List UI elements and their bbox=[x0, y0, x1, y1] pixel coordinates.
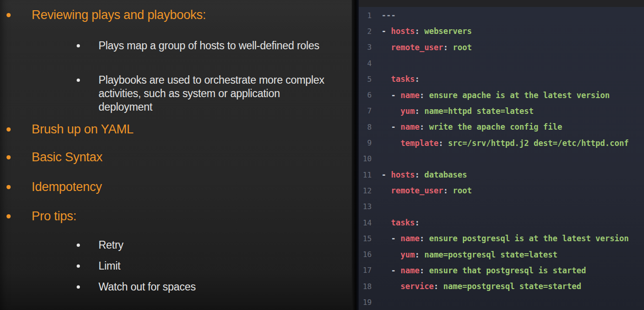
code-token: : bbox=[415, 106, 424, 116]
code-token: src=/srv/httpd.j2 dest=/etc/httpd.conf bbox=[448, 139, 629, 148]
code-token: name=httpd state=latest bbox=[424, 106, 533, 116]
code-text: yum: name=httpd state=latest bbox=[381, 106, 534, 116]
code-line: 13 bbox=[359, 199, 644, 215]
bullet-item: Brush up on YAML bbox=[7, 122, 133, 137]
line-number: 15 bbox=[359, 234, 372, 243]
code-line: 14 tasks: bbox=[359, 215, 644, 231]
bullet-label: Playbooks are used to orchestrate more c… bbox=[99, 73, 327, 114]
code-area: 1---2- hosts: webservers3 remote_user: r… bbox=[359, 7, 644, 310]
code-token: name=postgresql state=latest bbox=[424, 250, 558, 259]
line-number: 17 bbox=[359, 266, 372, 275]
code-editor-panel[interactable]: 1---2- hosts: webservers3 remote_user: r… bbox=[359, 7, 644, 310]
sub-bullet-item: Retry bbox=[77, 238, 327, 252]
bullet-label: Limit bbox=[99, 259, 327, 273]
code-line: 17 - name: ensure that postgresql is sta… bbox=[359, 263, 644, 278]
line-number: 11 bbox=[359, 171, 372, 179]
bullet-label: Retry bbox=[99, 238, 327, 252]
code-line: 7 yum: name=httpd state=latest bbox=[359, 103, 644, 119]
code-token: tasks bbox=[391, 74, 414, 84]
code-token: name bbox=[401, 234, 420, 243]
code-token: name bbox=[401, 122, 420, 132]
code-line: 8 - name: write the apache config file bbox=[359, 119, 644, 135]
code-line: 18 service: name=postgresql state=starte… bbox=[359, 278, 644, 294]
line-number: 19 bbox=[359, 298, 372, 307]
bullet-label: Watch out for spaces bbox=[99, 280, 327, 294]
code-line: 6 - name: ensure apache is at the latest… bbox=[359, 87, 644, 103]
code-token bbox=[381, 186, 391, 195]
code-text: tasks: bbox=[381, 74, 420, 84]
code-line: 5 tasks: bbox=[359, 71, 644, 87]
line-number: 18 bbox=[359, 282, 372, 291]
bullet-icon bbox=[7, 13, 11, 17]
code-line: 11- hosts: databases bbox=[359, 167, 644, 183]
bullet-item: Pro tips: bbox=[7, 209, 76, 224]
code-token: root bbox=[453, 186, 472, 195]
code-line: 3 remote_user: root bbox=[359, 40, 644, 55]
code-token: : bbox=[443, 43, 453, 52]
code-token: webservers bbox=[424, 26, 472, 36]
code-token: - bbox=[381, 266, 401, 275]
code-token: : bbox=[420, 234, 429, 243]
code-token: : bbox=[420, 91, 429, 100]
code-token bbox=[381, 106, 401, 116]
code-token: : bbox=[415, 170, 424, 179]
code-token bbox=[381, 139, 401, 148]
code-text: - name: write the apache config file bbox=[381, 122, 562, 132]
code-token: - bbox=[381, 234, 401, 243]
code-text: service: name=postgresql state=started bbox=[381, 282, 581, 291]
bullet-icon bbox=[7, 127, 11, 132]
code-token: : bbox=[420, 266, 429, 275]
bullet-icon bbox=[77, 264, 80, 268]
code-line: 15 - name: ensure postgresql is at the l… bbox=[359, 231, 644, 246]
code-token bbox=[381, 282, 401, 291]
code-token: : bbox=[415, 74, 420, 84]
code-line: 12 remote_user: root bbox=[359, 183, 644, 198]
code-token: ensure apache is at the latest version bbox=[429, 91, 610, 100]
code-token: ensure postgresql is at the latest versi… bbox=[429, 234, 629, 243]
code-token: - bbox=[381, 91, 401, 100]
code-token: : bbox=[420, 122, 429, 132]
code-token: : bbox=[439, 139, 448, 148]
code-token: : bbox=[415, 250, 424, 259]
sub-bullet-item: Watch out for spaces bbox=[77, 280, 327, 294]
code-text: tasks: bbox=[381, 218, 420, 227]
screen: { "slide": { "accent_color": "#ee9428", … bbox=[0, 0, 644, 310]
line-number: 8 bbox=[359, 123, 372, 132]
code-token bbox=[381, 250, 401, 259]
code-token: --- bbox=[381, 11, 396, 20]
code-text: - hosts: databases bbox=[381, 170, 467, 179]
bullet-item: Reviewing plays and playbooks: bbox=[7, 8, 206, 22]
bullet-label: Idempotency bbox=[32, 180, 102, 194]
bullet-icon bbox=[7, 155, 11, 159]
sub-bullet-item: Plays map a group of hosts to well-defin… bbox=[77, 39, 327, 53]
line-number: 9 bbox=[359, 139, 372, 147]
line-number: 12 bbox=[359, 186, 372, 195]
code-token: name bbox=[401, 266, 420, 275]
code-token: root bbox=[453, 43, 472, 52]
code-token: databases bbox=[424, 170, 467, 179]
code-token: template bbox=[401, 139, 439, 148]
line-number: 2 bbox=[359, 27, 372, 36]
bullet-item: Idempotency bbox=[7, 180, 102, 194]
bullet-label: Pro tips: bbox=[32, 209, 76, 224]
line-number: 6 bbox=[359, 91, 372, 99]
code-text: template: src=/srv/httpd.j2 dest=/etc/ht… bbox=[381, 139, 629, 148]
bullet-label: Basic Syntax bbox=[32, 150, 102, 165]
bullet-icon bbox=[7, 185, 11, 189]
slide-panel: Reviewing plays and playbooks:Plays map … bbox=[0, 0, 352, 310]
code-text: remote_user: root bbox=[381, 186, 472, 195]
line-number: 14 bbox=[359, 218, 372, 227]
line-number: 10 bbox=[359, 154, 372, 163]
line-number: 4 bbox=[359, 59, 372, 68]
code-token: - bbox=[381, 122, 401, 132]
code-token bbox=[381, 74, 391, 84]
code-line: 9 template: src=/srv/httpd.j2 dest=/etc/… bbox=[359, 135, 644, 151]
sub-bullet-item: Limit bbox=[77, 259, 327, 273]
line-number: 3 bbox=[359, 43, 372, 52]
code-token: hosts bbox=[391, 26, 414, 36]
code-token bbox=[381, 218, 391, 227]
bullet-label: Plays map a group of hosts to well-defin… bbox=[99, 39, 327, 53]
code-token: : bbox=[443, 186, 453, 195]
line-number: 13 bbox=[359, 202, 372, 211]
code-token: write the apache config file bbox=[429, 122, 562, 132]
